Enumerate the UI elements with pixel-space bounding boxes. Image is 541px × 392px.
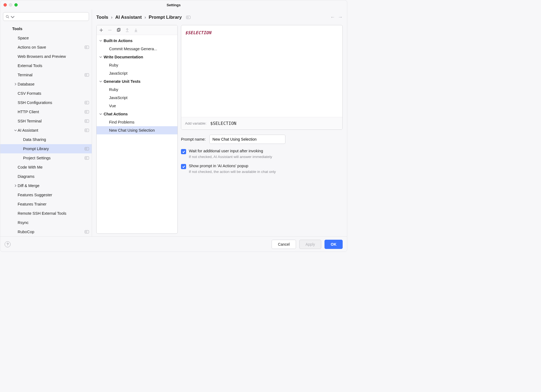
sidebar-item[interactable]: Diff & Merge: [0, 181, 92, 190]
breadcrumb-item[interactable]: Prompt Library: [149, 15, 182, 20]
sidebar-item[interactable]: CSV Formats: [0, 89, 92, 98]
editor-footer: Add variable: $SELECTION: [181, 117, 342, 129]
selection-variable-token: $SELECTION: [185, 30, 211, 35]
sidebar-item[interactable]: HTTP Client: [0, 107, 92, 116]
prompt-tree[interactable]: Built-In ActionsCommit Message Genera...…: [97, 35, 177, 233]
sidebar-item-label: Features Suggester: [18, 193, 89, 197]
sidebar-item[interactable]: Terminal: [0, 70, 92, 80]
sidebar-item[interactable]: Rsync: [0, 218, 92, 227]
add-icon[interactable]: [99, 28, 104, 33]
sidebar-item-label: Web Browsers and Preview: [18, 54, 89, 59]
prompt-group[interactable]: Write Documentation: [97, 53, 177, 61]
sidebar-item[interactable]: Database: [0, 80, 92, 89]
prompt-item[interactable]: New Chat Using Selection: [97, 126, 177, 134]
sidebar-item[interactable]: Space: [0, 33, 92, 43]
prompt-editor: $SELECTION Add variable: $SELECTION: [181, 25, 343, 130]
titlebar: Settings: [0, 0, 347, 10]
sidebar-item[interactable]: Features Suggester: [0, 190, 92, 200]
sidebar-item[interactable]: RuboCop: [0, 227, 92, 236]
sidebar-item[interactable]: SSH Configurations: [0, 98, 92, 107]
sidebar-item[interactable]: Remote SSH External Tools: [0, 209, 92, 218]
chevron-down-icon: [99, 39, 103, 42]
sidebar-item[interactable]: Diagrams: [0, 172, 92, 181]
add-variable-label: Add variable:: [185, 121, 206, 125]
sidebar-item[interactable]: AI Assistant: [0, 126, 92, 135]
sidebar-item[interactable]: SSH Terminal: [0, 116, 92, 126]
breadcrumb-item[interactable]: Tools: [96, 15, 108, 20]
prompt-item-label: JavaScript: [109, 96, 128, 100]
prompt-group[interactable]: Chat Actions: [97, 110, 177, 118]
sidebar-item[interactable]: Project Settings: [0, 153, 92, 163]
back-icon[interactable]: ←: [330, 14, 335, 20]
sidebar-item[interactable]: External Tools: [0, 61, 92, 70]
sidebar-item[interactable]: Web Browsers and Preview: [0, 52, 92, 61]
prompt-item[interactable]: Ruby: [97, 61, 177, 69]
apply-button[interactable]: Apply: [299, 240, 321, 249]
main-panel: Tools › AI Assistant › Prompt Library ← …: [92, 10, 347, 236]
prompt-item[interactable]: Ruby: [97, 86, 177, 94]
prompt-form: Prompt name: Wait for additional user in…: [181, 130, 343, 174]
prompt-item[interactable]: JavaScript: [97, 69, 177, 77]
prompt-group-label: Write Documentation: [104, 55, 143, 59]
sidebar-item-label: Space: [18, 36, 89, 40]
export-icon[interactable]: [125, 28, 130, 33]
sidebar-item[interactable]: Prompt Library: [0, 144, 92, 153]
show-in-popup-option[interactable]: Show prompt in 'AI Actions' popup If not…: [181, 164, 343, 174]
sidebar-item[interactable]: Code With Me: [0, 163, 92, 172]
sidebar-item-label: Diagrams: [18, 174, 89, 179]
sidebar-item-label: RuboCop: [18, 230, 85, 234]
import-icon[interactable]: [133, 28, 138, 33]
prompt-item[interactable]: Vue: [97, 102, 177, 110]
prompt-list-panel: Built-In ActionsCommit Message Genera...…: [96, 25, 178, 234]
scope-badge-icon: [85, 73, 89, 77]
sidebar-item-label: Project Settings: [23, 156, 85, 160]
help-icon[interactable]: ?: [5, 241, 11, 247]
sidebar-item-label: Actions on Save: [18, 45, 85, 49]
sidebar-item-label: CSV Formats: [18, 91, 89, 96]
chevron-down-icon: [11, 15, 15, 19]
editor-body[interactable]: $SELECTION: [181, 25, 342, 117]
forward-icon[interactable]: →: [338, 14, 343, 20]
prompt-group[interactable]: Built-In Actions: [97, 37, 177, 45]
settings-sidebar: ToolsSpaceActions on SaveWeb Browsers an…: [0, 10, 92, 236]
checkbox-hint: If not checked, the action will be avail…: [189, 170, 276, 174]
prompt-item[interactable]: JavaScript: [97, 94, 177, 102]
ok-button[interactable]: OK: [324, 240, 343, 249]
prompt-item-label: JavaScript: [109, 71, 128, 75]
sidebar-item[interactable]: Features Trainer: [0, 200, 92, 209]
chevron-down-icon: [99, 113, 103, 115]
sidebar-item-label: Database: [18, 82, 89, 86]
chevron-right-icon: ›: [144, 15, 146, 20]
checkbox-checked-icon[interactable]: [181, 164, 186, 169]
search-field[interactable]: [16, 15, 87, 19]
prompt-group[interactable]: Generate Unit Tests: [97, 77, 177, 86]
prompt-name-field[interactable]: [209, 135, 285, 144]
settings-tree[interactable]: ToolsSpaceActions on SaveWeb Browsers an…: [0, 23, 92, 236]
prompt-item-label: Ruby: [109, 87, 118, 92]
cancel-button[interactable]: Cancel: [272, 240, 296, 249]
prompt-toolbar: [97, 25, 177, 35]
checkbox-label: Wait for additional user input after inv…: [189, 149, 272, 153]
prompt-item[interactable]: Find Problems: [97, 118, 177, 126]
search-input[interactable]: [3, 12, 89, 21]
copy-icon[interactable]: [116, 28, 121, 33]
chevron-down-icon: [99, 56, 103, 58]
svg-line-1: [8, 17, 9, 18]
sidebar-item-label: Diff & Merge: [18, 184, 89, 188]
sidebar-item[interactable]: Data Sharing: [0, 135, 92, 144]
remove-icon[interactable]: [107, 28, 112, 33]
chevron-down-icon: [99, 80, 103, 83]
breadcrumb-item[interactable]: AI Assistant: [115, 15, 142, 20]
scope-badge-icon: [85, 101, 89, 104]
scope-badge-icon: [186, 16, 190, 19]
insert-selection-variable-button[interactable]: $SELECTION: [210, 121, 236, 126]
sidebar-item[interactable]: Actions on Save: [0, 43, 92, 52]
sidebar-item-label: SSH Terminal: [18, 119, 85, 123]
checkbox-checked-icon[interactable]: [181, 149, 186, 154]
prompt-item-label: New Chat Using Selection: [109, 128, 155, 132]
prompt-item[interactable]: Commit Message Genera...: [97, 45, 177, 53]
wait-for-input-option[interactable]: Wait for additional user input after inv…: [181, 149, 343, 159]
prompt-item-label: Commit Message Genera...: [109, 47, 157, 51]
window-title: Settings: [0, 3, 347, 7]
sidebar-section-tools[interactable]: Tools: [0, 24, 92, 33]
